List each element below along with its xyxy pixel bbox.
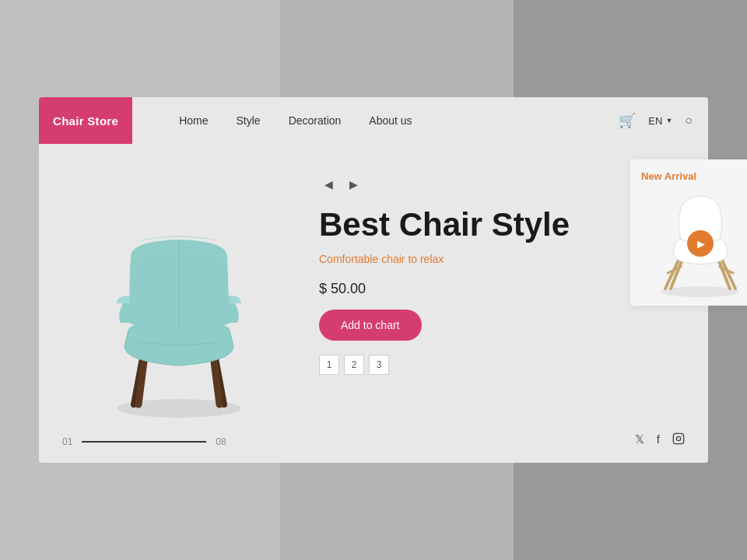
prev-arrow[interactable]: ◀ bbox=[319, 175, 338, 194]
nav-style[interactable]: Style bbox=[237, 114, 261, 127]
page-2[interactable]: 2 bbox=[344, 355, 364, 375]
search-icon[interactable]: ○ bbox=[685, 114, 693, 128]
svg-point-2 bbox=[676, 436, 680, 440]
new-arrival-image: ▶ bbox=[630, 189, 747, 298]
facebook-icon[interactable]: f bbox=[657, 432, 660, 447]
svg-point-3 bbox=[681, 436, 682, 436]
nav-right: 🛒 EN ▼ ○ bbox=[619, 112, 693, 129]
navbar: Chair Store Home Style Decoration About … bbox=[39, 97, 708, 144]
logo[interactable]: Chair Store bbox=[39, 97, 132, 144]
nav-decoration[interactable]: Decoration bbox=[289, 114, 342, 127]
hero-section: ◀ ▶ Best Chair Style Comfortable chair t… bbox=[39, 144, 708, 463]
nav-home[interactable]: Home bbox=[179, 114, 208, 127]
hero-content: ◀ ▶ Best Chair Style Comfortable chair t… bbox=[296, 167, 685, 447]
lang-label: EN bbox=[648, 115, 662, 127]
language-selector[interactable]: EN ▼ bbox=[648, 115, 672, 127]
social-icons: 𝕏 f bbox=[635, 432, 685, 447]
cart-icon[interactable]: 🛒 bbox=[619, 112, 636, 129]
new-arrival-header: New Arrival → bbox=[630, 159, 747, 189]
play-icon: ▶ bbox=[697, 238, 705, 250]
lang-arrow-icon: ▼ bbox=[665, 117, 672, 124]
progress-start: 01 bbox=[62, 436, 72, 447]
pagination: 1 2 3 bbox=[319, 355, 685, 375]
progress-track bbox=[82, 441, 206, 443]
page-3[interactable]: 3 bbox=[369, 355, 389, 375]
nav-about[interactable]: About us bbox=[369, 114, 412, 127]
progress-fill bbox=[82, 441, 119, 443]
main-card: Chair Store Home Style Decoration About … bbox=[39, 97, 708, 463]
play-button[interactable]: ▶ bbox=[687, 230, 714, 257]
svg-rect-1 bbox=[673, 433, 683, 443]
chair-image bbox=[78, 194, 280, 420]
twitter-icon[interactable]: 𝕏 bbox=[635, 432, 644, 447]
svg-point-4 bbox=[661, 286, 739, 297]
progress-end: 08 bbox=[216, 436, 226, 447]
new-arrival-card: New Arrival → bbox=[630, 159, 747, 306]
next-arrow[interactable]: ▶ bbox=[344, 175, 363, 194]
chair-image-container bbox=[62, 167, 296, 447]
nav-links: Home Style Decoration About us bbox=[179, 114, 619, 127]
instagram-icon[interactable] bbox=[672, 432, 685, 447]
chair-svg bbox=[78, 194, 280, 420]
progress-bar: 01 08 bbox=[62, 436, 226, 447]
add-to-cart-button[interactable]: Add to chart bbox=[319, 310, 422, 341]
page-1[interactable]: 1 bbox=[319, 355, 339, 375]
new-arrival-label: New Arrival bbox=[641, 170, 696, 182]
